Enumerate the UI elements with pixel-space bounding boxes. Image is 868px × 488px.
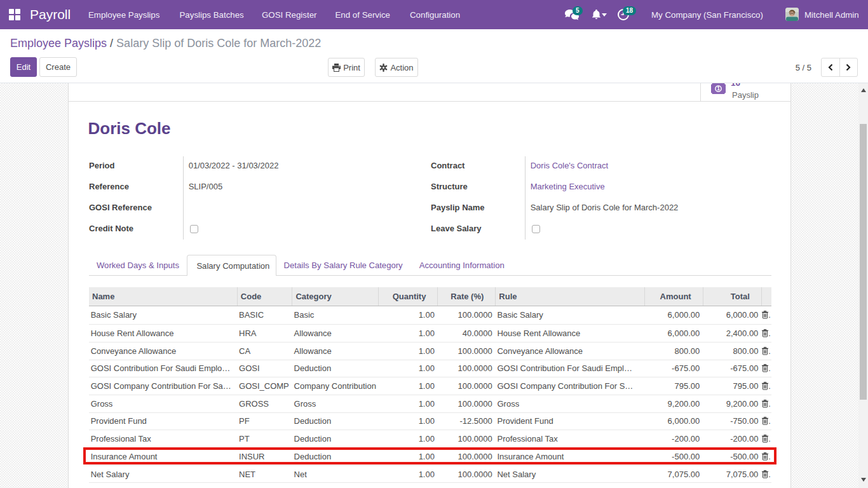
- svg-text:1: 1: [717, 85, 720, 92]
